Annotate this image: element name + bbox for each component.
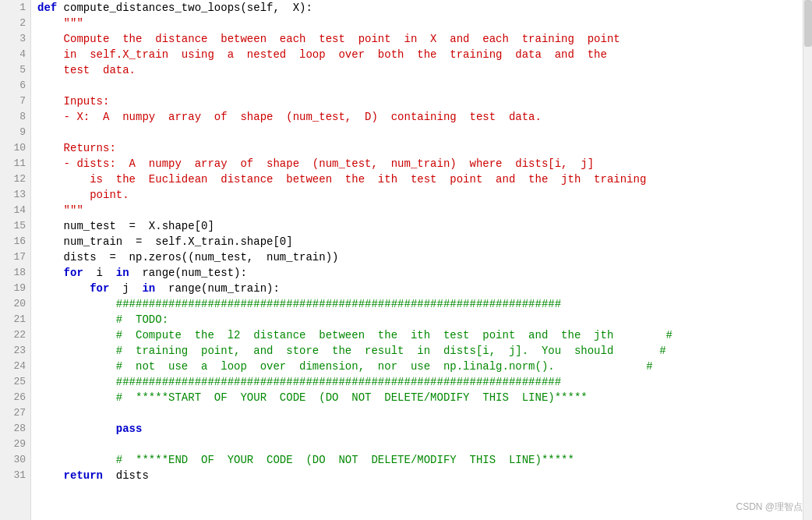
line-number: 1	[0, 0, 30, 16]
code-line	[31, 437, 812, 452]
code-line: """	[31, 16, 812, 31]
code-line	[31, 125, 812, 140]
line-number: 14	[0, 203, 30, 218]
line-number: 27	[0, 405, 30, 421]
line-number: 7	[0, 94, 30, 109]
scrollbar-thumb[interactable]	[804, 0, 812, 47]
code-line	[31, 78, 812, 94]
code-line: def compute_distances_two_loops(self, X)…	[31, 0, 812, 16]
code-line: num_train = self.X_train.shape[0]	[31, 234, 812, 249]
line-number: 18	[0, 265, 30, 281]
code-line: num_test = X.shape[0]	[31, 218, 812, 234]
line-number: 23	[0, 343, 30, 359]
code-line: # not use a loop over dimension, nor use…	[31, 359, 812, 374]
vertical-scrollbar[interactable]	[803, 0, 812, 520]
line-number: 24	[0, 359, 30, 374]
code-line: pass	[31, 421, 812, 437]
code-line: is the Euclidean distance between the it…	[31, 172, 812, 187]
code-line: return dists	[31, 468, 812, 483]
line-number: 19	[0, 281, 30, 296]
code-line: dists = np.zeros((num_test, num_train))	[31, 249, 812, 265]
line-number: 9	[0, 125, 30, 140]
line-number: 25	[0, 374, 30, 390]
code-line: for i in range(num_test):	[31, 265, 812, 281]
code-line: - X: A numpy array of shape (num_test, D…	[31, 109, 812, 125]
code-content[interactable]: def compute_distances_two_loops(self, X)…	[31, 0, 812, 520]
line-number: 26	[0, 390, 30, 405]
line-number: 30	[0, 452, 30, 468]
line-number: 31	[0, 468, 30, 483]
line-number: 4	[0, 47, 30, 62]
line-number: 15	[0, 218, 30, 234]
line-number: 5	[0, 62, 30, 78]
code-line: Returns:	[31, 140, 812, 156]
code-line: Inputs:	[31, 94, 812, 109]
code-line: ########################################…	[31, 296, 812, 312]
code-line: """	[31, 203, 812, 218]
line-number: 10	[0, 140, 30, 156]
code-line: # *****END OF YOUR CODE (DO NOT DELETE/M…	[31, 452, 812, 468]
watermark: CSDN @理智点	[736, 501, 803, 514]
line-number: 21	[0, 312, 30, 327]
code-line: Compute the distance between each test p…	[31, 31, 812, 47]
line-number: 20	[0, 296, 30, 312]
line-number: 17	[0, 249, 30, 265]
code-line: ########################################…	[31, 374, 812, 390]
line-number: 11	[0, 156, 30, 172]
code-line: - dists: A numpy array of shape (num_tes…	[31, 156, 812, 172]
code-line: test data.	[31, 62, 812, 78]
line-number: 2	[0, 16, 30, 31]
line-number: 28	[0, 421, 30, 437]
line-number: 29	[0, 437, 30, 452]
line-number: 13	[0, 187, 30, 203]
line-numbers: 1234567891011121314151617181920212223242…	[0, 0, 31, 520]
code-line: point.	[31, 187, 812, 203]
line-number: 3	[0, 31, 30, 47]
line-number: 6	[0, 78, 30, 94]
line-number: 12	[0, 172, 30, 187]
code-line: in self.X_train using a nested loop over…	[31, 47, 812, 62]
code-line	[31, 405, 812, 421]
code-line: # *****START OF YOUR CODE (DO NOT DELETE…	[31, 390, 812, 405]
code-editor: 1234567891011121314151617181920212223242…	[0, 0, 812, 520]
line-number: 16	[0, 234, 30, 249]
code-line: # TODO:	[31, 312, 812, 327]
code-line: for j in range(num_train):	[31, 281, 812, 296]
line-number: 22	[0, 327, 30, 343]
line-number: 8	[0, 109, 30, 125]
code-line: # training point, and store the result i…	[31, 343, 812, 359]
code-line: # Compute the l2 distance between the it…	[31, 327, 812, 343]
